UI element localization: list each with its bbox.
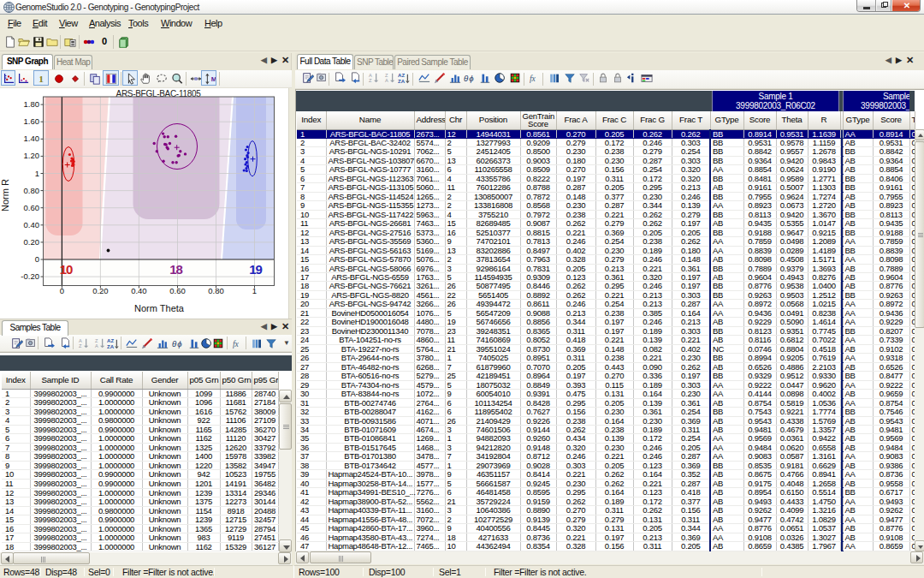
svg-text:0.20: 0.20: [24, 237, 40, 247]
svg-text:AZ: AZ: [398, 72, 405, 78]
svg-text:Z: Z: [385, 73, 388, 78]
svg-text:1.40: 1.40: [24, 134, 40, 143]
svg-text:A: A: [385, 78, 388, 83]
svg-text:ϕ: ϕ: [469, 74, 474, 83]
svg-text:0.40: 0.40: [131, 286, 147, 295]
svg-text:θ: θ: [172, 339, 177, 349]
svg-text:A: A: [79, 338, 82, 343]
svg-text:Z: Z: [79, 343, 82, 349]
svg-text:0.40: 0.40: [24, 220, 40, 229]
svg-text:fx: fx: [233, 339, 240, 349]
svg-text:A: A: [95, 343, 98, 349]
svg-text:0: 0: [60, 286, 64, 295]
svg-text:1: 1: [38, 74, 44, 84]
svg-text:Norm Theta: Norm Theta: [134, 303, 185, 313]
svg-text:0.20: 0.20: [92, 286, 109, 295]
svg-text:19: 19: [249, 262, 262, 277]
svg-text:0.80: 0.80: [24, 186, 40, 195]
svg-text:0.80: 0.80: [208, 286, 224, 295]
svg-text:0.60: 0.60: [169, 286, 186, 295]
svg-text:-0.20: -0.20: [21, 271, 39, 281]
svg-text:ZA: ZA: [398, 78, 406, 84]
svg-text:10: 10: [60, 262, 73, 277]
svg-text:Z: Z: [369, 78, 372, 83]
svg-text:Z: Z: [95, 338, 98, 343]
svg-text:ZA: ZA: [107, 343, 115, 349]
svg-text:ϕ: ϕ: [177, 339, 182, 349]
svg-text:fx: fx: [530, 74, 536, 83]
svg-text:A: A: [369, 73, 372, 78]
svg-text:0.60: 0.60: [24, 203, 40, 212]
svg-text:0: 0: [35, 254, 39, 264]
svg-text:AZ: AZ: [107, 337, 114, 343]
svg-text:1.80: 1.80: [24, 99, 40, 109]
svg-text:1.20: 1.20: [24, 151, 40, 160]
svg-text:θ: θ: [464, 74, 469, 83]
svg-text:1: 1: [35, 169, 39, 178]
svg-text:Norm R: Norm R: [0, 179, 10, 212]
svg-text:1.60: 1.60: [24, 116, 40, 126]
svg-text:M: M: [211, 75, 216, 83]
svg-text:18: 18: [169, 262, 182, 277]
svg-text:1: 1: [252, 286, 257, 295]
